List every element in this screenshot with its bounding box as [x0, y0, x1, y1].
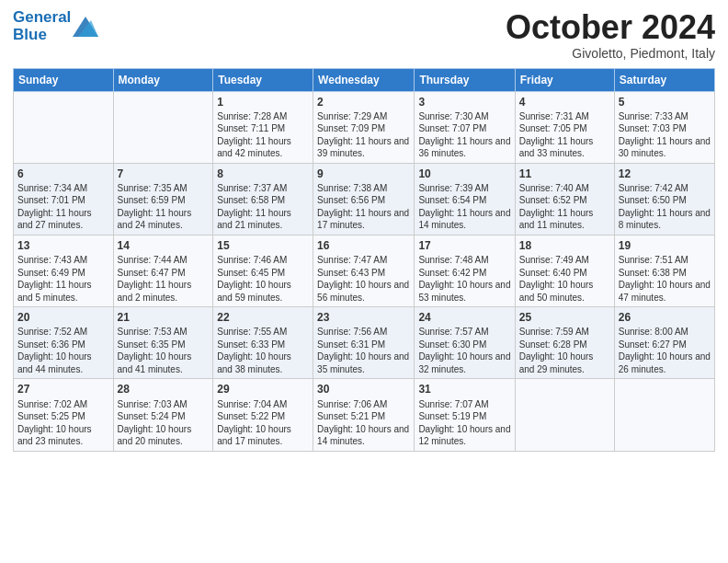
calendar-cell	[113, 91, 213, 163]
calendar-cell: 19Sunrise: 7:51 AMSunset: 6:38 PMDayligh…	[614, 235, 714, 306]
calendar-cell: 15Sunrise: 7:46 AMSunset: 6:45 PMDayligh…	[213, 235, 313, 306]
sunset-text: Sunset: 6:52 PM	[519, 195, 587, 205]
daylight-text: Daylight: 10 hours and 59 minutes.	[217, 280, 291, 303]
logo-general: General	[13, 8, 71, 26]
day-number: 12	[619, 167, 711, 181]
sunrise-text: Sunrise: 7:55 AM	[217, 327, 287, 337]
calendar-cell: 28Sunrise: 7:03 AMSunset: 5:24 PMDayligh…	[113, 379, 213, 451]
sunset-text: Sunset: 7:05 PM	[519, 123, 587, 133]
sunrise-text: Sunrise: 7:07 AM	[418, 399, 488, 409]
day-number: 24	[418, 310, 510, 325]
calendar-cell: 4Sunrise: 7:31 AMSunset: 7:05 PMDaylight…	[515, 91, 614, 163]
day-number: 16	[317, 238, 410, 253]
sunrise-text: Sunrise: 7:52 AM	[17, 327, 87, 337]
header-row: Sunday Monday Tuesday Wednesday Thursday…	[14, 68, 715, 91]
calendar-cell: 13Sunrise: 7:43 AMSunset: 6:49 PMDayligh…	[14, 235, 114, 306]
page-header: General Blue October 2024 Givoletto, Pie…	[13, 9, 715, 61]
calendar-table: Sunday Monday Tuesday Wednesday Thursday…	[13, 68, 715, 452]
sunrise-text: Sunrise: 7:49 AM	[519, 255, 589, 265]
calendar-cell	[515, 379, 614, 451]
daylight-text: Daylight: 11 hours and 42 minutes.	[217, 136, 291, 159]
calendar-cell: 10Sunrise: 7:39 AMSunset: 6:54 PMDayligh…	[415, 163, 515, 235]
sunset-text: Sunset: 6:49 PM	[17, 268, 85, 278]
calendar-cell: 30Sunrise: 7:06 AMSunset: 5:21 PMDayligh…	[313, 379, 415, 451]
month-title: October 2024	[506, 9, 715, 46]
sunset-text: Sunset: 6:47 PM	[118, 268, 186, 278]
sunrise-text: Sunrise: 7:48 AM	[418, 255, 488, 265]
day-number: 26	[619, 310, 711, 325]
col-friday: Friday	[515, 68, 614, 91]
sunset-text: Sunset: 6:40 PM	[519, 268, 587, 278]
calendar-cell: 31Sunrise: 7:07 AMSunset: 5:19 PMDayligh…	[415, 379, 515, 451]
day-number: 14	[118, 238, 210, 253]
daylight-text: Daylight: 11 hours and 30 minutes.	[619, 136, 711, 159]
day-number: 19	[619, 238, 711, 253]
sunset-text: Sunset: 6:36 PM	[17, 339, 85, 350]
sunrise-text: Sunrise: 7:33 AM	[619, 111, 688, 121]
daylight-text: Daylight: 10 hours and 47 minutes.	[619, 280, 711, 303]
sunset-text: Sunset: 6:30 PM	[418, 339, 486, 350]
sunset-text: Sunset: 6:59 PM	[118, 195, 186, 205]
calendar-cell: 16Sunrise: 7:47 AMSunset: 6:43 PMDayligh…	[313, 235, 415, 306]
sunset-text: Sunset: 6:50 PM	[619, 195, 687, 205]
sunset-text: Sunset: 6:28 PM	[519, 339, 587, 350]
sunset-text: Sunset: 6:42 PM	[418, 268, 486, 278]
daylight-text: Daylight: 10 hours and 32 minutes.	[418, 351, 510, 374]
daylight-text: Daylight: 10 hours and 26 minutes.	[619, 351, 711, 374]
day-number: 8	[217, 167, 309, 181]
day-number: 2	[317, 95, 410, 109]
calendar-cell: 24Sunrise: 7:57 AMSunset: 6:30 PMDayligh…	[415, 307, 515, 379]
day-number: 1	[217, 95, 309, 109]
day-number: 6	[17, 167, 109, 181]
calendar-cell: 9Sunrise: 7:38 AMSunset: 6:56 PMDaylight…	[313, 163, 415, 235]
calendar-week-row: 1Sunrise: 7:28 AMSunset: 7:11 PMDaylight…	[14, 91, 715, 163]
daylight-text: Daylight: 10 hours and 41 minutes.	[118, 351, 192, 374]
calendar-week-row: 6Sunrise: 7:34 AMSunset: 7:01 PMDaylight…	[14, 163, 715, 235]
logo-text: General	[13, 9, 71, 27]
day-number: 18	[519, 238, 610, 253]
col-sunday: Sunday	[14, 68, 114, 91]
calendar-week-row: 27Sunrise: 7:02 AMSunset: 5:25 PMDayligh…	[14, 379, 715, 451]
daylight-text: Daylight: 10 hours and 53 minutes.	[418, 280, 510, 303]
sunrise-text: Sunrise: 7:38 AM	[317, 183, 387, 193]
sunrise-text: Sunrise: 7:40 AM	[519, 183, 589, 193]
sunset-text: Sunset: 6:45 PM	[217, 268, 285, 278]
calendar-cell: 18Sunrise: 7:49 AMSunset: 6:40 PMDayligh…	[515, 235, 614, 306]
daylight-text: Daylight: 11 hours and 8 minutes.	[619, 208, 711, 231]
sunrise-text: Sunrise: 7:46 AM	[217, 255, 287, 265]
col-tuesday: Tuesday	[213, 68, 313, 91]
day-number: 4	[519, 95, 610, 109]
calendar-cell: 23Sunrise: 7:56 AMSunset: 6:31 PMDayligh…	[313, 307, 415, 379]
col-saturday: Saturday	[614, 68, 714, 91]
daylight-text: Daylight: 11 hours and 5 minutes.	[17, 280, 92, 303]
day-number: 23	[317, 310, 410, 325]
col-wednesday: Wednesday	[313, 68, 415, 91]
daylight-text: Daylight: 11 hours and 36 minutes.	[418, 136, 510, 159]
logo: General Blue	[13, 9, 98, 43]
calendar-cell: 14Sunrise: 7:44 AMSunset: 6:47 PMDayligh…	[113, 235, 213, 306]
sunset-text: Sunset: 6:43 PM	[317, 268, 385, 278]
sunrise-text: Sunrise: 7:59 AM	[519, 327, 589, 337]
sunset-text: Sunset: 5:19 PM	[418, 411, 486, 421]
page-container: General Blue October 2024 Givoletto, Pie…	[0, 0, 728, 457]
sunrise-text: Sunrise: 7:56 AM	[317, 327, 387, 337]
sunrise-text: Sunrise: 7:39 AM	[418, 183, 488, 193]
calendar-cell: 6Sunrise: 7:34 AMSunset: 7:01 PMDaylight…	[14, 163, 114, 235]
calendar-cell: 1Sunrise: 7:28 AMSunset: 7:11 PMDaylight…	[213, 91, 313, 163]
calendar-cell: 12Sunrise: 7:42 AMSunset: 6:50 PMDayligh…	[614, 163, 714, 235]
day-number: 27	[17, 382, 109, 396]
day-number: 25	[519, 310, 610, 325]
calendar-cell: 25Sunrise: 7:59 AMSunset: 6:28 PMDayligh…	[515, 307, 614, 379]
sunset-text: Sunset: 6:38 PM	[619, 268, 687, 278]
sunrise-text: Sunrise: 7:43 AM	[17, 255, 87, 265]
day-number: 13	[17, 238, 109, 253]
day-number: 20	[17, 310, 109, 325]
day-number: 5	[619, 95, 711, 109]
calendar-cell: 26Sunrise: 8:00 AMSunset: 6:27 PMDayligh…	[614, 307, 714, 379]
calendar-cell: 2Sunrise: 7:29 AMSunset: 7:09 PMDaylight…	[313, 91, 415, 163]
daylight-text: Daylight: 10 hours and 44 minutes.	[17, 351, 92, 374]
sunset-text: Sunset: 7:09 PM	[317, 123, 385, 133]
sunset-text: Sunset: 6:56 PM	[317, 195, 385, 205]
daylight-text: Daylight: 10 hours and 14 minutes.	[317, 424, 409, 447]
sunrise-text: Sunrise: 7:51 AM	[619, 255, 688, 265]
